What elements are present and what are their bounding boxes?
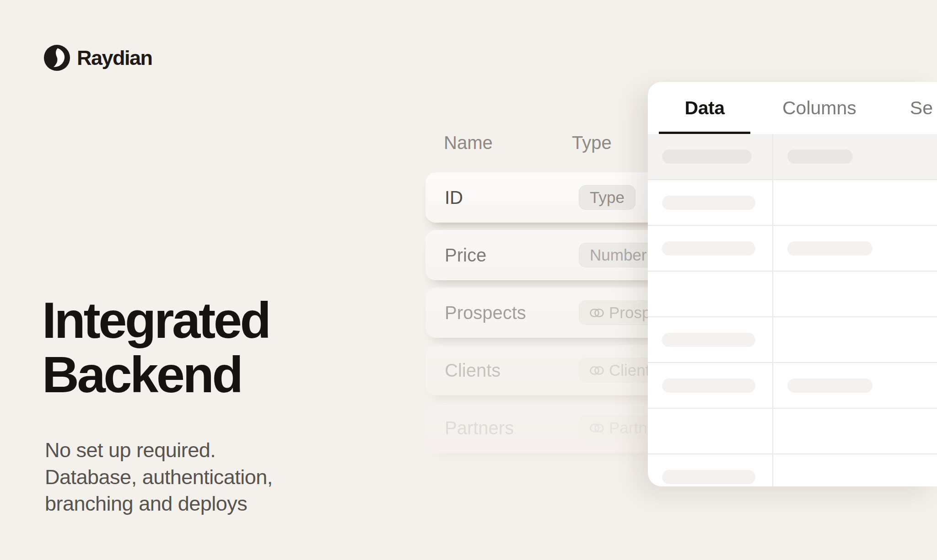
logo-text: Raydian [77, 46, 152, 70]
type-badge: Number [579, 243, 657, 267]
field-name: ID [445, 187, 463, 208]
tab-label: Columns [782, 97, 856, 119]
skeleton-row [648, 408, 937, 453]
skeleton-cell [773, 134, 937, 179]
field-name: Price [445, 245, 486, 266]
schema-col-header-type: Type [572, 133, 612, 153]
link-icon [590, 366, 604, 375]
skeleton-pill [787, 149, 853, 164]
logo[interactable]: Raydian [44, 45, 152, 71]
data-panel: DataColumnsSe [648, 82, 937, 486]
skeleton-cell [648, 272, 773, 316]
tab-label: Data [685, 97, 725, 119]
title-line-1: Integrated [42, 293, 269, 348]
skeleton-pill [662, 196, 755, 210]
skeleton-row [648, 225, 937, 271]
skeleton-cell [648, 409, 773, 453]
tab-columns[interactable]: Columns [782, 82, 856, 134]
skeleton-row [648, 453, 937, 486]
link-icon [590, 424, 604, 432]
field-name: Prospects [445, 303, 526, 323]
skeleton-pill [662, 333, 755, 347]
skeleton-row [648, 316, 937, 362]
skeleton-row [648, 271, 937, 316]
tab-label: Se [910, 97, 933, 119]
skeleton-grid [648, 134, 937, 486]
subtitle-line-1: No set up required. [45, 437, 273, 464]
panel-tabs: DataColumnsSe [648, 82, 937, 134]
skeleton-row [648, 179, 937, 225]
skeleton-cell [773, 180, 937, 225]
page-title: Integrated Backend [42, 293, 269, 402]
skeleton-pill [662, 149, 752, 164]
skeleton-cell [648, 454, 773, 486]
skeleton-cell [773, 454, 937, 486]
subtitle-line-2: Database, authentication, [45, 464, 273, 491]
skeleton-header-row [648, 134, 937, 179]
subtitle-line-3: branching and deploys [45, 491, 273, 517]
skeleton-cell [773, 363, 937, 408]
skeleton-cell [648, 180, 773, 225]
skeleton-pill [662, 241, 755, 256]
type-badge-label: Type [590, 188, 625, 207]
skeleton-cell [648, 226, 773, 271]
skeleton-cell [773, 317, 937, 362]
tab-data[interactable]: Data [659, 82, 750, 134]
skeleton-pill [787, 241, 872, 256]
schema-col-header-name: Name [444, 133, 493, 153]
link-icon [590, 309, 604, 317]
title-line-2: Backend [42, 348, 269, 402]
tab-se[interactable]: Se [910, 82, 933, 134]
skeleton-cell [648, 317, 773, 362]
hero-subtitle: No set up required. Database, authentica… [45, 437, 273, 517]
skeleton-pill [662, 379, 755, 393]
raydian-landing-page: Raydian Integrated Backend No set up req… [0, 0, 937, 560]
skeleton-cell [773, 226, 937, 271]
skeleton-row [648, 362, 937, 408]
field-name: Clients [445, 360, 501, 381]
skeleton-cell [773, 409, 937, 453]
type-badge-label: Number [590, 246, 646, 264]
type-badge: Type [579, 185, 635, 210]
raydian-logo-icon [44, 45, 70, 71]
skeleton-pill [787, 379, 872, 393]
skeleton-pill [662, 470, 755, 484]
skeleton-cell [648, 363, 773, 408]
skeleton-cell [648, 134, 773, 179]
skeleton-cell [773, 272, 937, 316]
field-name: Partners [445, 418, 514, 438]
